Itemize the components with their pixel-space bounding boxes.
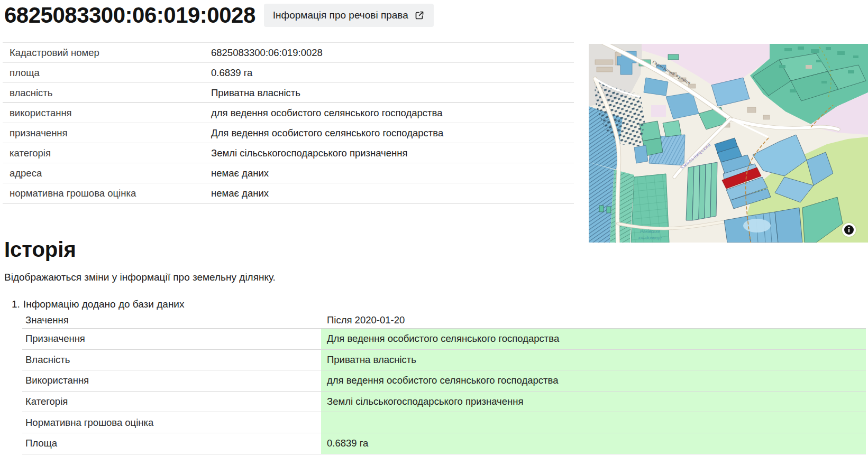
map-cemetery-label-line1: Раківське — [640, 229, 660, 234]
info-row-value: Для ведення особистого селянського госпо… — [211, 127, 443, 139]
info-table-row: Кадастровий номер 6825083300:06:019:0028 — [3, 43, 574, 63]
history-table-row: Нормативна грошова оцінка — [22, 412, 866, 433]
rights-info-button[interactable]: Інформація про речові права — [264, 4, 434, 27]
history-row-value: Для ведення особистого селянського госпо… — [321, 329, 866, 349]
history-table-row: Призначення Для ведення особистого селян… — [22, 329, 866, 350]
history-row-value: 0.6839 га — [321, 433, 866, 454]
history-row-label: Площа — [25, 438, 57, 449]
cadastral-map-canvas: Гарнізонна вулиця Хмельницький Раківське… — [589, 44, 868, 243]
history-row-label: Використання — [25, 375, 89, 386]
info-row-label: власність — [3, 87, 209, 99]
cadastral-map[interactable]: Гарнізонна вулиця Хмельницький Раківське… — [589, 44, 868, 243]
history-row-label: Значення — [25, 314, 69, 326]
history-row-label: Категорія — [25, 396, 68, 407]
history-row-label: Нормативна грошова оцінка — [25, 417, 153, 429]
info-icon — [844, 225, 854, 235]
history-heading: Історія — [4, 238, 76, 262]
history-row-value: Після 2020-01-20 — [321, 312, 866, 328]
info-row-value: 6825083300:06:019:0028 — [211, 47, 323, 59]
history-table: Значення Після 2020-01-20 Призначення Дл… — [22, 312, 866, 454]
info-row-value: 0.6839 га — [211, 67, 252, 79]
info-table-row: нормативна грошова оцінка немає даних — [3, 183, 574, 203]
info-table-row: використання для ведення особистого селя… — [3, 103, 574, 123]
info-table-row: власність Приватна власність — [3, 83, 574, 103]
info-row-label: призначення — [3, 127, 209, 139]
info-row-label: адреса — [3, 167, 209, 179]
info-table-row: площа 0.6839 га — [3, 63, 574, 83]
info-row-label: використання — [3, 107, 209, 119]
parcel-info-table: Кадастровий номер 6825083300:06:019:0028… — [3, 42, 574, 203]
history-row-label: Призначення — [25, 333, 85, 345]
history-table-row: Категорія Землі сільськогосподарського п… — [22, 392, 866, 413]
history-table-row: Значення Після 2020-01-20 — [22, 312, 866, 329]
page-header: 6825083300:06:019:0028 Інформація про ре… — [4, 0, 434, 31]
history-row-value: Землі сільськогосподарського призначення — [321, 392, 866, 412]
info-row-value: для ведення особистого селянського госпо… — [211, 107, 442, 119]
map-cemetery-label-line2: кладовище — [638, 235, 662, 240]
info-row-value: немає даних — [211, 167, 269, 179]
info-table-row: призначення Для ведення особистого селян… — [3, 123, 574, 143]
history-row-value: для ведення особистого селянського госпо… — [321, 370, 866, 391]
info-row-label: площа — [3, 67, 209, 79]
info-row-value: немає даних — [211, 188, 269, 199]
rights-info-button-label: Інформація про речові права — [273, 10, 408, 21]
page-title: 6825083300:06:019:0028 — [4, 3, 255, 28]
history-entry-title: 1. Інформацію додано до бази даних — [12, 299, 184, 310]
history-table-row: Власність Приватна власність — [22, 350, 866, 371]
info-row-label: нормативна грошова оцінка — [3, 188, 209, 199]
map-info-button[interactable] — [842, 223, 856, 237]
history-description: Відображаються зміни у інформації про зе… — [4, 272, 276, 283]
history-entry-title-text: Інформацію додано до бази даних — [23, 299, 185, 310]
history-row-value: Приватна власність — [321, 350, 866, 370]
history-table-row: Площа 0.6839 га — [22, 433, 866, 454]
history-table-row: Використання для ведення особистого селя… — [22, 370, 866, 392]
history-row-label: Власність — [25, 354, 70, 366]
info-table-row: адреса немає даних — [3, 163, 574, 183]
external-link-icon — [414, 10, 425, 21]
info-row-label: Кадастровий номер — [3, 47, 209, 59]
history-row-value — [321, 412, 866, 433]
info-table-row: категорія Землі сільськогосподарського п… — [3, 143, 574, 163]
info-row-label: категорія — [3, 147, 209, 159]
info-row-value: Землі сільськогосподарського призначення — [211, 147, 408, 159]
history-entry-index: 1. — [12, 299, 20, 310]
info-row-value: Приватна власність — [211, 87, 300, 99]
